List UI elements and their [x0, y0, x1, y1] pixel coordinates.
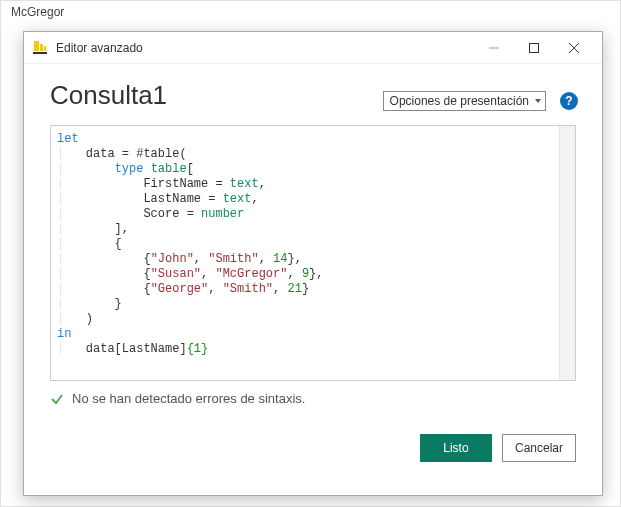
r3-score: 21: [287, 282, 301, 296]
r1-last: "Smith": [208, 252, 258, 266]
kw-text1: text: [230, 177, 259, 191]
r1-first: "John": [151, 252, 194, 266]
done-button[interactable]: Listo: [420, 434, 492, 462]
display-options-dropdown[interactable]: Opciones de presentación: [383, 91, 546, 111]
svg-rect-3: [33, 52, 47, 54]
parent-window-title: McGregor: [11, 5, 64, 19]
check-icon: [50, 392, 64, 406]
code-editor[interactable]: let data = #table( type table[ FirstName…: [50, 125, 576, 381]
titlebar: Editor avanzado: [24, 32, 602, 64]
kw-number: number: [201, 207, 244, 221]
result-index: {1}: [187, 342, 209, 356]
parent-window: McGregor Editor avanzado Consulta1 Opcio…: [0, 0, 621, 507]
r2-score: 9: [302, 267, 309, 281]
editor-scrollbar[interactable]: [559, 126, 575, 380]
svg-rect-1: [40, 44, 43, 51]
close-button[interactable]: [554, 34, 594, 62]
button-row: Listo Cancelar: [50, 434, 576, 462]
status-row: No se han detectado errores de sintaxis.: [50, 391, 576, 406]
code-text[interactable]: let data = #table( type table[ FirstName…: [51, 126, 575, 363]
kw-table: table: [151, 162, 187, 176]
header-controls: Opciones de presentación ?: [383, 91, 576, 111]
kw-let: let: [57, 132, 79, 146]
kw-type: type: [115, 162, 144, 176]
help-icon[interactable]: ?: [560, 92, 578, 110]
dialog-title: Editor avanzado: [56, 41, 474, 55]
app-icon: [32, 40, 48, 56]
maximize-button[interactable]: [514, 34, 554, 62]
field-score: Score: [143, 207, 179, 221]
field-lastname: LastName: [143, 192, 201, 206]
result-expr: data[LastName]: [86, 342, 187, 356]
svg-rect-5: [530, 43, 539, 52]
cancel-button[interactable]: Cancelar: [502, 434, 576, 462]
svg-rect-0: [34, 41, 39, 51]
assign-line: data = #table(: [86, 147, 187, 161]
svg-rect-2: [44, 46, 46, 51]
field-firstname: FirstName: [143, 177, 208, 191]
header-row: Consulta1 Opciones de presentación ?: [50, 80, 576, 111]
r2-first: "Susan": [151, 267, 201, 281]
r2-last: "McGregor": [215, 267, 287, 281]
r3-last: "Smith": [223, 282, 273, 296]
r1-score: 14: [273, 252, 287, 266]
status-message: No se han detectado errores de sintaxis.: [72, 391, 305, 406]
dialog-content: Consulta1 Opciones de presentación ? let…: [24, 64, 602, 478]
kw-in: in: [57, 327, 71, 341]
advanced-editor-dialog: Editor avanzado Consulta1 Opciones de pr…: [23, 31, 603, 496]
r3-first: "George": [151, 282, 209, 296]
minimize-button[interactable]: [474, 34, 514, 62]
query-name: Consulta1: [50, 80, 167, 111]
kw-text2: text: [223, 192, 252, 206]
